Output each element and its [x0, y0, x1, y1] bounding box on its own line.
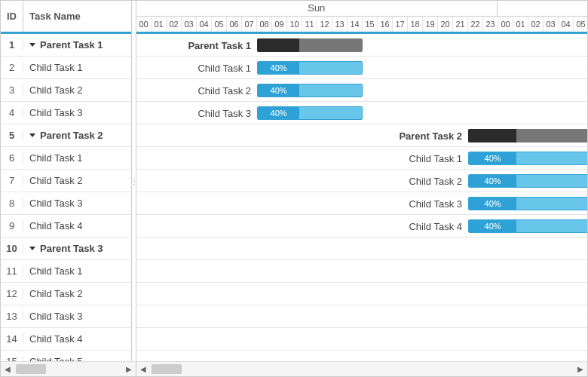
scroll-right-icon[interactable]: ▶ [574, 362, 587, 376]
child-task-bar[interactable]: 40% [468, 197, 587, 210]
scroll-thumb[interactable] [16, 364, 46, 374]
grid-row[interactable]: 7Child Task 2 [1, 170, 131, 192]
gantt-container: ID Task Name 1Parent Task 12Child Task 1… [1, 1, 587, 361]
child-task-bar[interactable]: 40% [468, 219, 587, 233]
grid-row[interactable]: 11Child Task 1 [1, 260, 131, 283]
row-name: Child Task 3 [23, 107, 131, 118]
grid-row[interactable]: 10Parent Task 3 [1, 238, 131, 260]
hour-cell: 04 [197, 17, 212, 32]
row-id: 2 [1, 62, 23, 73]
child-task-bar[interactable]: 40% [257, 106, 363, 120]
bar-label: Child Task 3 [136, 198, 468, 209]
bar-label: Parent Task 2 [136, 130, 468, 141]
scroll-track[interactable] [14, 362, 122, 376]
row-name-text: Child Task 2 [29, 175, 83, 186]
scroll-left-icon[interactable]: ◀ [136, 362, 150, 376]
expand-icon[interactable] [29, 133, 35, 137]
hour-cell: 21 [453, 17, 468, 32]
scroll-track[interactable] [150, 362, 574, 376]
progress-fill: 40% [469, 152, 516, 164]
grid-hscroll[interactable]: ◀ ▶ [1, 362, 136, 376]
timeline-row: Child Task 240% [136, 170, 587, 192]
row-name-text: Child Task 3 [29, 198, 83, 209]
row-name-text: Child Task 2 [29, 288, 83, 299]
progress-fill: 40% [258, 84, 299, 97]
hour-cell: 14 [348, 17, 363, 32]
row-id: 13 [1, 311, 23, 322]
row-name-text: Child Task 3 [29, 107, 83, 118]
timeline-row [136, 260, 587, 283]
grid-row[interactable]: 2Child Task 1 [1, 57, 131, 79]
timeline-hscroll[interactable]: ◀ ▶ [136, 362, 587, 376]
hour-cell: 19 [423, 17, 438, 32]
child-task-bar[interactable]: 40% [257, 61, 363, 75]
timeline-row [136, 305, 587, 328]
timeline-row [136, 351, 587, 361]
timeline-row: Child Task 340% [136, 102, 587, 124]
grid-row[interactable]: 9Child Task 4 [1, 215, 131, 238]
timeline-row: Child Task 240% [136, 79, 587, 102]
timeline-pane: Sun 000102030405060708091011121314151617… [136, 1, 587, 361]
expand-icon[interactable] [29, 247, 35, 250]
hour-cell: 02 [528, 17, 544, 32]
progress-fill: 40% [258, 107, 299, 119]
timeline-body: Parent Task 1Child Task 140%Child Task 2… [136, 34, 587, 361]
timeline-row: Child Task 140% [136, 147, 587, 170]
timeline-row: Child Task 440% [136, 215, 587, 238]
grid-row[interactable]: 15Child Task 5 [1, 351, 131, 361]
row-id: 9 [1, 220, 23, 231]
row-id: 4 [1, 107, 23, 118]
day-cell-next [498, 1, 587, 16]
grid-row[interactable]: 14Child Task 4 [1, 328, 131, 351]
row-name-text: Child Task 4 [29, 220, 83, 231]
hour-cell: 07 [242, 17, 257, 32]
header-id[interactable]: ID [1, 1, 23, 32]
hour-cell: 00 [498, 17, 513, 32]
grid-row[interactable]: 5Parent Task 2 [1, 124, 131, 147]
grid-row[interactable]: 1Parent Task 1 [1, 34, 131, 57]
row-name: Parent Task 2 [23, 130, 131, 141]
grid-row[interactable]: 8Child Task 3 [1, 192, 131, 215]
row-name: Child Task 3 [23, 198, 131, 209]
parent-task-bar[interactable] [468, 129, 587, 143]
grid-row[interactable]: 3Child Task 2 [1, 79, 131, 102]
hour-cell: 10 [287, 17, 302, 32]
header-task-name[interactable]: Task Name [23, 1, 131, 32]
row-name: Child Task 4 [23, 220, 131, 231]
row-name-text: Child Task 4 [29, 333, 83, 345]
expand-icon[interactable] [29, 43, 35, 47]
hour-cell: 08 [257, 17, 272, 32]
bar-label: Child Task 2 [136, 84, 257, 96]
row-id: 14 [1, 333, 23, 345]
scroll-left-icon[interactable]: ◀ [1, 362, 14, 376]
row-name-text: Child Task 2 [29, 84, 83, 96]
hour-cell: 12 [317, 17, 332, 32]
scroll-right-icon[interactable]: ▶ [122, 362, 136, 376]
hour-cell: 01 [152, 17, 167, 32]
hour-cell: 06 [227, 17, 242, 32]
grid-row[interactable]: 6Child Task 1 [1, 147, 131, 170]
hour-cell: 03 [182, 17, 197, 32]
row-id: 3 [1, 84, 23, 96]
progress-fill [468, 129, 516, 143]
child-task-bar[interactable]: 40% [468, 152, 587, 165]
hour-cell: 09 [272, 17, 287, 32]
row-id: 6 [1, 152, 23, 164]
grid-row[interactable]: 13Child Task 3 [1, 305, 131, 328]
progress-fill: 40% [469, 175, 516, 187]
scroll-thumb[interactable] [152, 364, 182, 374]
grid-row[interactable]: 12Child Task 2 [1, 283, 131, 305]
timeline-row [136, 238, 587, 260]
hour-cell: 01 [513, 17, 528, 32]
timeline-row [136, 283, 587, 305]
row-id: 11 [1, 265, 23, 277]
child-task-bar[interactable]: 40% [468, 174, 587, 188]
row-id: 7 [1, 175, 23, 186]
day-cell: Sun [136, 1, 498, 16]
parent-task-bar[interactable] [257, 38, 363, 52]
child-task-bar[interactable]: 40% [257, 84, 363, 97]
timeline-header: Sun 000102030405060708091011121314151617… [136, 1, 587, 34]
progress-fill [257, 38, 299, 52]
grid-row[interactable]: 4Child Task 3 [1, 102, 131, 124]
hour-cell: 05 [574, 17, 587, 32]
